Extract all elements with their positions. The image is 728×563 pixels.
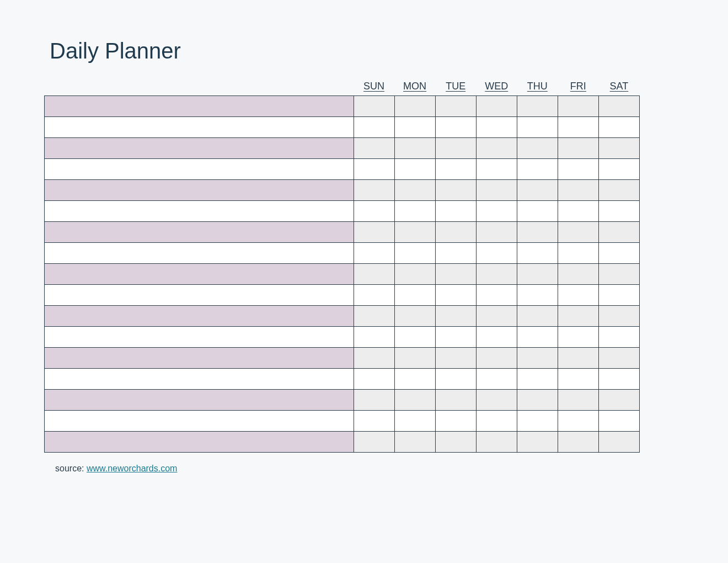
day-cell[interactable] [476, 201, 517, 222]
day-cell[interactable] [394, 369, 435, 390]
day-cell[interactable] [394, 390, 435, 411]
day-cell[interactable] [558, 432, 598, 453]
day-cell[interactable] [435, 159, 476, 180]
day-cell[interactable] [517, 243, 558, 264]
day-cell[interactable] [517, 96, 558, 117]
day-cell[interactable] [394, 348, 435, 369]
task-cell[interactable] [45, 222, 354, 243]
day-cell[interactable] [435, 369, 476, 390]
day-cell[interactable] [598, 201, 639, 222]
day-cell[interactable] [598, 390, 639, 411]
task-cell[interactable] [45, 369, 354, 390]
day-cell[interactable] [354, 348, 394, 369]
day-cell[interactable] [517, 264, 558, 285]
task-cell[interactable] [45, 138, 354, 159]
day-cell[interactable] [598, 117, 639, 138]
day-cell[interactable] [558, 138, 598, 159]
day-cell[interactable] [517, 180, 558, 201]
day-cell[interactable] [517, 117, 558, 138]
task-cell[interactable] [45, 117, 354, 138]
day-cell[interactable] [354, 243, 394, 264]
day-cell[interactable] [517, 138, 558, 159]
day-cell[interactable] [517, 327, 558, 348]
task-cell[interactable] [45, 432, 354, 453]
day-cell[interactable] [517, 432, 558, 453]
day-cell[interactable] [394, 96, 435, 117]
day-cell[interactable] [354, 264, 394, 285]
day-cell[interactable] [558, 306, 598, 327]
day-cell[interactable] [558, 411, 598, 432]
day-cell[interactable] [598, 306, 639, 327]
day-cell[interactable] [354, 138, 394, 159]
day-cell[interactable] [517, 222, 558, 243]
day-cell[interactable] [394, 243, 435, 264]
day-cell[interactable] [558, 159, 598, 180]
day-cell[interactable] [517, 348, 558, 369]
day-cell[interactable] [558, 348, 598, 369]
day-cell[interactable] [476, 96, 517, 117]
day-cell[interactable] [435, 138, 476, 159]
day-cell[interactable] [517, 411, 558, 432]
day-cell[interactable] [354, 201, 394, 222]
day-cell[interactable] [598, 369, 639, 390]
day-cell[interactable] [394, 117, 435, 138]
day-cell[interactable] [476, 369, 517, 390]
day-cell[interactable] [558, 285, 598, 306]
task-cell[interactable] [45, 180, 354, 201]
day-cell[interactable] [558, 96, 598, 117]
day-cell[interactable] [394, 201, 435, 222]
day-cell[interactable] [435, 348, 476, 369]
day-cell[interactable] [517, 201, 558, 222]
day-cell[interactable] [394, 432, 435, 453]
day-cell[interactable] [476, 138, 517, 159]
day-cell[interactable] [476, 222, 517, 243]
day-cell[interactable] [435, 117, 476, 138]
day-cell[interactable] [394, 306, 435, 327]
task-cell[interactable] [45, 348, 354, 369]
day-cell[interactable] [558, 327, 598, 348]
day-cell[interactable] [558, 180, 598, 201]
task-cell[interactable] [45, 243, 354, 264]
day-cell[interactable] [558, 369, 598, 390]
day-cell[interactable] [476, 117, 517, 138]
task-cell[interactable] [45, 201, 354, 222]
day-cell[interactable] [598, 138, 639, 159]
day-cell[interactable] [354, 96, 394, 117]
day-cell[interactable] [354, 327, 394, 348]
day-cell[interactable] [517, 159, 558, 180]
day-cell[interactable] [435, 180, 476, 201]
day-cell[interactable] [476, 264, 517, 285]
day-cell[interactable] [435, 285, 476, 306]
day-cell[interactable] [558, 222, 598, 243]
day-cell[interactable] [598, 243, 639, 264]
day-cell[interactable] [598, 327, 639, 348]
day-cell[interactable] [394, 159, 435, 180]
day-cell[interactable] [558, 243, 598, 264]
task-cell[interactable] [45, 159, 354, 180]
day-cell[interactable] [598, 159, 639, 180]
day-cell[interactable] [598, 348, 639, 369]
day-cell[interactable] [435, 243, 476, 264]
day-cell[interactable] [354, 390, 394, 411]
day-cell[interactable] [558, 264, 598, 285]
task-cell[interactable] [45, 96, 354, 117]
day-cell[interactable] [598, 96, 639, 117]
day-cell[interactable] [435, 264, 476, 285]
day-cell[interactable] [598, 180, 639, 201]
day-cell[interactable] [598, 432, 639, 453]
day-cell[interactable] [476, 411, 517, 432]
day-cell[interactable] [517, 390, 558, 411]
task-cell[interactable] [45, 327, 354, 348]
day-cell[interactable] [394, 411, 435, 432]
day-cell[interactable] [354, 159, 394, 180]
day-cell[interactable] [558, 390, 598, 411]
day-cell[interactable] [354, 117, 394, 138]
day-cell[interactable] [476, 432, 517, 453]
day-cell[interactable] [598, 222, 639, 243]
day-cell[interactable] [558, 117, 598, 138]
day-cell[interactable] [476, 306, 517, 327]
task-cell[interactable] [45, 390, 354, 411]
day-cell[interactable] [435, 432, 476, 453]
task-cell[interactable] [45, 264, 354, 285]
day-cell[interactable] [598, 285, 639, 306]
